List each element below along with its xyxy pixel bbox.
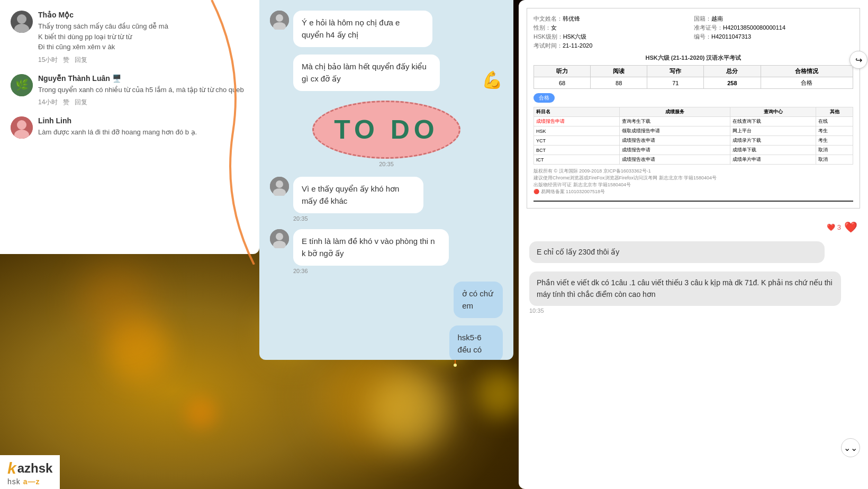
share-button[interactable]: ↪ <box>849 51 867 69</box>
chat-bubble-1: Ý e hỏi là hôm nọ chị đưa e quyển h4 ấy … <box>293 11 432 47</box>
logo-container: k azhsk hsk a—z <box>0 455 60 489</box>
right-chat-messages: E chỉ cố lấy 230đ thôi ấy Phần viết e vi… <box>519 233 868 489</box>
score-table-header: 听力 阅读 写作 总分 合格情况 <box>534 66 853 77</box>
logo-k-letter: k <box>7 459 16 477</box>
comment-content-3: Linh Linh Làm được xanh lá đi thi đỡ hoa… <box>38 116 249 141</box>
comment-like-2[interactable]: 赞 <box>63 98 69 107</box>
score-row: 68 88 71 258 合格 <box>534 77 853 89</box>
chat-bubble-wrapper-5: ở có chứ em <box>441 282 503 318</box>
svc-name-3: YCT <box>534 136 620 146</box>
chat-avatar-1 <box>270 11 289 30</box>
score-certificate: 中文姓名：韩优锋 国籍：越南 性别：女 准考证号：H42013850008000… <box>527 8 860 209</box>
chat-text-6: hsk5-6 đều có <box>458 333 482 354</box>
service-row-1: 成绩报告申请 查询考生下载 在线查询下载 在线 <box>534 117 853 126</box>
comment-time-1: 15小时 <box>38 56 58 65</box>
divider-line <box>534 201 853 202</box>
cert-value: H420138500080000114 <box>723 24 785 31</box>
todo-sticker-container: TO DO 20:35 <box>270 101 503 167</box>
svc-note-3: 考生 <box>816 136 853 146</box>
svg-point-38 <box>276 233 283 240</box>
heart-icon[interactable]: ❤️ <box>844 221 857 233</box>
comment-reply-1[interactable]: 回复 <box>75 56 87 65</box>
col-writing: 写作 <box>647 66 704 77</box>
svc-name-4: BCT <box>534 146 620 155</box>
svc-action-4: 成绩报告申请 <box>620 146 730 155</box>
score-footer-2: 建议使用Chrome浏览器或FireFox浏览器Firefox访问汉考网 新志北… <box>534 175 853 182</box>
comment-item-3: Linh Linh Làm được xanh lá đi thi đỡ hoa… <box>11 116 249 141</box>
service-body: 成绩报告申请 查询考生下载 在线查询下载 在线 HSK 领取成绩报告申请 网上平… <box>534 117 853 165</box>
svc-note-5: 取消 <box>816 155 853 165</box>
score-writing: 71 <box>647 77 704 89</box>
svc-center-5: 成绩单片申请 <box>730 155 816 165</box>
svc-name-2: HSK <box>534 126 620 136</box>
heart-count: ❤️ 3 <box>827 223 841 231</box>
scroll-down-button[interactable]: ⌄⌄ <box>841 438 860 457</box>
chat-bubble-6: hsk5-6 đều có <box>449 325 503 360</box>
col-status: 合格情况 <box>761 66 853 77</box>
score-table: 听力 阅读 写作 总分 合格情况 68 88 71 258 合格 <box>534 65 853 89</box>
svc-col-service: 成绩服务 <box>620 107 730 117</box>
chat-bubble-2: Mà chị bảo làm hết quyển đấy kiểu gì cx … <box>293 55 440 91</box>
svc-center-2: 网上平台 <box>730 126 816 136</box>
muscle-emoji-bubble: 💪 <box>482 70 503 90</box>
chat-time-3: 20:35 <box>293 215 456 222</box>
reactions-row: ❤️ 3 ❤️ <box>519 216 868 233</box>
right-panel: 中文姓名：韩优锋 国籍：越南 性别：女 准考证号：H42013850008000… <box>519 0 868 489</box>
chat-row-5: ở có chứ em <box>270 282 503 318</box>
chat-bubble-5: ở có chứ em <box>454 282 503 318</box>
logo-az-label: a—z <box>23 477 40 486</box>
score-total: 258 <box>704 77 761 89</box>
chat-text-5: ở có chứ em <box>462 289 493 310</box>
score-footer: 版权所有 © 汉考国际 2009-2018 京ICP备16033362号-1 <box>534 168 853 175</box>
right-bubble-2: Phần viết e viết dk có 1câu .1 câu viết … <box>529 271 841 306</box>
avatar-1 <box>11 11 33 33</box>
todo-sticker: TO DO <box>312 101 460 159</box>
country-value: 越南 <box>711 15 723 22</box>
score-listening: 68 <box>534 77 591 89</box>
comment-text-3: Làm được xanh lá đi thi đỡ hoang mang hơ… <box>38 127 249 138</box>
score-footer-3: 出版物经营许可证 新志北京市 学籍1580404号 <box>534 182 853 188</box>
chat-text-4: E tính là làm đề khó v vào phòng thi n k… <box>302 237 435 258</box>
comment-item-2: 🌿 Nguyễn Thành Luân 🖥️ Trong quyển xanh … <box>11 74 249 107</box>
chat-row-4: E tính là làm đề khó v vào phòng thi n k… <box>270 229 503 274</box>
comment-author-1: Thảo Mộc <box>38 11 249 19</box>
svc-center-4: 成绩单下载 <box>730 146 816 155</box>
chat-time-4: 20:36 <box>293 268 487 274</box>
info-country: 国籍：越南 <box>694 15 853 23</box>
logo-hsk-label: hsk <box>7 477 23 486</box>
service-table: 科目名 成绩服务 查询中心 其他 成绩报告申请 查询考生下载 在线查询下载 在线… <box>534 107 853 165</box>
chat-avatar-3 <box>270 177 289 196</box>
service-row-4: BCT 成绩报告申请 成绩单下载 取消 <box>534 146 853 155</box>
info-hsk-level: HSK级别：HSK六级 <box>534 33 693 41</box>
svg-text:🌿: 🌿 <box>15 78 29 91</box>
service-row-2: HSK 领取成绩报告申请 网上平台 考生 <box>534 126 853 136</box>
chat-bubble-wrapper-4: E tính là làm đề khó v vào phòng thi n k… <box>293 229 487 274</box>
svg-point-25 <box>14 24 29 33</box>
chat-row-1: Ý e hỏi là hôm nọ chị đưa e quyển h4 ấy … <box>270 11 503 47</box>
bokeh-light-2 <box>370 370 450 450</box>
svc-col-note: 其他 <box>816 107 853 117</box>
chat-text-2: Mà chị bảo làm hết quyển đấy kiểu gì cx … <box>302 62 427 83</box>
svc-note-2: 考生 <box>816 126 853 136</box>
avatar-2: 🌿 <box>11 74 33 96</box>
left-comments-panel: Thảo Mộc Thấy trong sách mấy câu đầu cũn… <box>0 0 259 254</box>
exam-date-value: 21-11-2020 <box>563 42 592 49</box>
comment-author-3: Linh Linh <box>38 116 249 125</box>
svg-point-35 <box>276 180 283 188</box>
hsk-level-value: HSK六级 <box>563 33 587 40</box>
service-row-3: YCT 成绩报告改申请 成绩录片下载 考生 <box>534 136 853 146</box>
status-badge: 合格 <box>534 93 555 103</box>
comment-content-1: Thảo Mộc Thấy trong sách mấy câu đầu cũn… <box>38 11 249 65</box>
svc-col-center: 查询中心 <box>730 107 816 117</box>
svg-point-12 <box>454 364 457 367</box>
chat-bubble-4: E tính là làm đề khó v vào phòng thi n k… <box>293 229 449 266</box>
svg-point-32 <box>276 14 283 22</box>
svc-name-1: 成绩报告申请 <box>534 117 620 126</box>
right-text-1: E chỉ cố lấy 230đ thôi ấy <box>537 248 619 256</box>
chat-text-1: Ý e hỏi là hôm nọ chị đưa e quyển h4 ấy … <box>302 18 400 39</box>
comment-reply-2[interactable]: 回复 <box>75 98 87 107</box>
svc-col-name: 科目名 <box>534 107 620 117</box>
todo-timestamp: 20:35 <box>379 161 394 167</box>
comment-like-1[interactable]: 赞 <box>63 56 69 65</box>
svc-action-3: 成绩报告改申请 <box>620 136 730 146</box>
